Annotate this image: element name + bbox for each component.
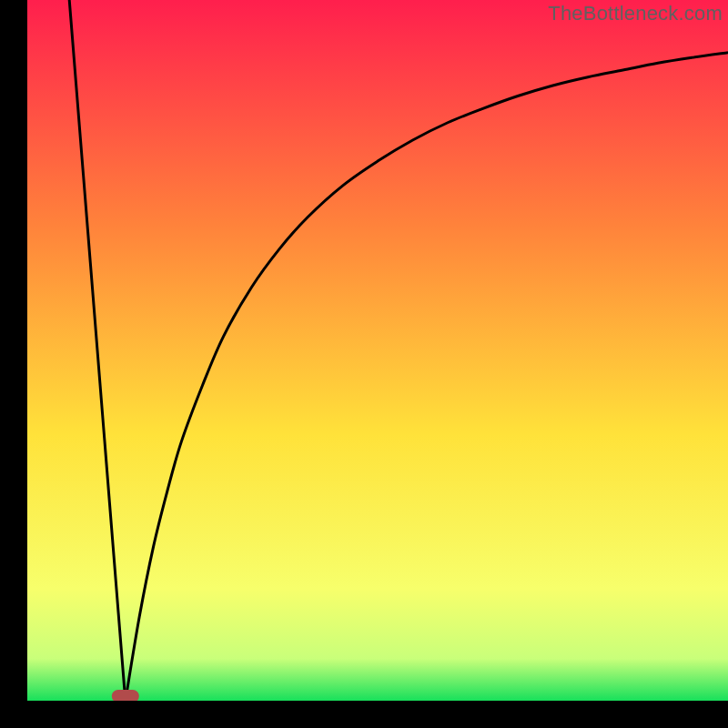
plot-area (27, 0, 728, 701)
chart-canvas (27, 0, 728, 701)
attribution-text: TheBottleneck.com (548, 2, 723, 25)
chart-frame: TheBottleneck.com (0, 0, 728, 728)
gradient-background (27, 0, 728, 701)
optimum-marker (112, 690, 139, 701)
